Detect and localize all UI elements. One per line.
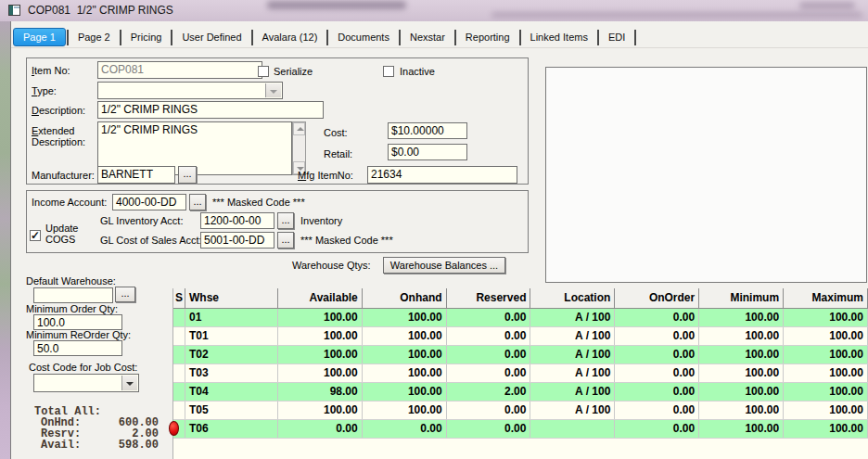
cell-whse: T05 — [185, 402, 278, 419]
tab-user-defined[interactable]: User Defined — [173, 28, 249, 46]
desktop-background-strip — [0, 21, 11, 459]
status-marker-icon — [169, 421, 179, 436]
extended-description-scrollbar[interactable] — [292, 121, 306, 175]
table-row-T06[interactable]: T060.000.000.000.00100.00100.00 — [173, 420, 868, 439]
tab-strip: Page 1Page 2PricingUser DefinedAvalara (… — [13, 27, 637, 47]
table-row-T01[interactable]: T01100.00100.000.00A / 1000.00100.00100.… — [173, 327, 868, 346]
type-dropdown[interactable]: Stock Item — [97, 82, 283, 99]
extended-description-label: Extended Description: — [32, 125, 95, 147]
table-row-01[interactable]: 01100.00100.000.00A / 1000.00100.00100.0… — [173, 309, 868, 327]
table-row-T03[interactable]: T03100.00100.000.00A / 1000.00100.00100.… — [173, 364, 868, 383]
manufacturer-browse-button[interactable]: ... — [178, 166, 197, 184]
warehouse-table-header: SWhseAvailableOnhandReservedLocationOnOr… — [173, 288, 868, 309]
cell-available: 100.00 — [278, 327, 363, 345]
cell-onhand: 100.00 — [363, 383, 447, 401]
cell-minimum: 100.00 — [699, 420, 784, 438]
cell-maximum: 100.00 — [784, 309, 868, 326]
default-warehouse-field[interactable] — [33, 287, 113, 303]
minimum-order-qty-label: Minimum Order Qty: — [26, 303, 118, 314]
manufacturer-label: Manufacturer: — [32, 170, 95, 181]
cell-minimum: 100.00 — [699, 383, 784, 401]
column-header-onhand[interactable]: Onhand — [363, 288, 447, 308]
cell-onorder: 0.00 — [615, 402, 699, 419]
cost-field[interactable]: $10.00000 — [388, 122, 467, 139]
cell-s — [173, 346, 185, 363]
gl-inventory-field[interactable]: 1200-00-00 — [200, 212, 274, 229]
cell-maximum: 100.00 — [784, 420, 868, 438]
inactive-checkbox[interactable] — [383, 66, 394, 77]
background-window-blur — [491, 12, 862, 18]
minimum-order-qty-field[interactable]: 100.0 — [33, 314, 122, 330]
chevron-down-icon[interactable] — [265, 83, 281, 97]
tab-separator — [251, 30, 253, 45]
window-titlebar[interactable]: COP081 1/2" CRIMP RINGS — [0, 0, 868, 22]
column-header-reserved[interactable]: Reserved — [447, 288, 531, 308]
scroll-up-icon[interactable] — [293, 122, 305, 135]
update-cogs-checkbox[interactable] — [30, 230, 41, 241]
cell-location: A / 100 — [530, 346, 615, 363]
description-field[interactable]: 1/2" CRIMP RINGS — [97, 101, 324, 119]
cell-onhand: 100.00 — [363, 346, 447, 363]
gl-inventory-browse-button[interactable]: ... — [277, 212, 294, 229]
cell-whse: T03 — [185, 364, 278, 382]
gl-inventory-note: Inventory — [300, 215, 342, 226]
minimum-reorder-qty-field[interactable]: 50.0 — [33, 340, 122, 356]
cost-code-dropdown[interactable]: Materials — [33, 374, 139, 392]
cell-location: A / 100 — [530, 402, 615, 419]
column-header-whse[interactable]: Whse — [185, 288, 278, 308]
cell-onhand: 100.00 — [363, 364, 447, 382]
income-account-field[interactable]: 4000-00-DD — [112, 194, 186, 210]
item-no-field[interactable]: COP081 — [97, 61, 262, 79]
tab-documents[interactable]: Documents — [329, 28, 398, 46]
column-header-maximum[interactable]: Maximum — [784, 288, 868, 308]
cell-reserved: 0.00 — [447, 309, 531, 326]
cost-code-label: Cost Code for Job Cost: — [29, 362, 137, 373]
gl-cost-of-sales-note: *** Masked Code *** — [300, 235, 393, 246]
gl-cost-of-sales-label: GL Cost of Sales Acct: — [100, 235, 202, 246]
retail-field[interactable]: $0.00 — [388, 144, 467, 160]
serialize-checkbox[interactable] — [258, 66, 269, 77]
manufacturer-field[interactable]: BARNETT — [97, 166, 175, 184]
cell-reserved: 0.00 — [447, 327, 531, 345]
gl-cost-of-sales-field[interactable]: 5001-00-DD — [200, 232, 274, 249]
tab-separator — [597, 30, 599, 45]
tab-nexstar[interactable]: Nexstar — [402, 28, 453, 46]
tab-page-1[interactable]: Page 1 — [13, 28, 66, 46]
chevron-down-icon[interactable] — [121, 376, 137, 390]
tab-separator — [326, 30, 328, 45]
tab-separator — [171, 30, 172, 45]
totals-row: Avail:598.00 — [34, 440, 159, 451]
table-row-T04[interactable]: T0498.00100.002.00A / 1000.00100.00100.0… — [173, 383, 868, 402]
window-title: COP081 1/2" CRIMP RINGS — [28, 4, 173, 17]
cell-whse: T06 — [185, 420, 278, 438]
table-row-T05[interactable]: T05100.00100.000.00A / 1000.00100.00100.… — [173, 402, 868, 420]
minimum-reorder-qty-label: Minimum ReOrder Qty: — [26, 329, 131, 340]
gl-inventory-label: GL Inventory Acct: — [100, 215, 183, 226]
tab-page-2[interactable]: Page 2 — [70, 28, 119, 46]
column-header-location[interactable]: Location — [530, 288, 615, 308]
column-header-s[interactable]: S — [173, 288, 185, 308]
column-header-available[interactable]: Available — [278, 288, 363, 308]
default-warehouse-browse-button[interactable]: ... — [115, 287, 135, 302]
column-header-minimum[interactable]: Minimum — [699, 288, 784, 308]
column-header-onorder[interactable]: OnOrder — [615, 288, 699, 308]
tab-pricing[interactable]: Pricing — [122, 28, 171, 46]
retail-label: Retail: — [324, 148, 352, 159]
cell-minimum: 100.00 — [699, 309, 784, 326]
cell-reserved: 0.00 — [447, 364, 531, 382]
tab-linked-items[interactable]: Linked Items — [522, 28, 596, 46]
item-no-label: Item No: — [32, 65, 70, 76]
warehouse-balances-button[interactable]: Warehouse Balances ... — [383, 257, 505, 274]
tab-edi[interactable]: EDI — [600, 28, 633, 46]
income-account-browse-button[interactable]: ... — [189, 194, 206, 210]
tab-reporting[interactable]: Reporting — [457, 28, 518, 46]
cell-maximum: 100.00 — [784, 383, 868, 401]
tab-avalara-12-[interactable]: Avalara (12) — [254, 28, 326, 46]
cell-onorder: 0.00 — [615, 364, 699, 382]
tab-separator — [519, 30, 521, 45]
table-row-T02[interactable]: T02100.00100.000.00A / 1000.00100.00100.… — [173, 346, 868, 364]
gl-cost-of-sales-browse-button[interactable]: ... — [277, 232, 294, 249]
cell-onorder: 0.00 — [615, 327, 699, 345]
mfg-itemno-field[interactable]: 21634 — [367, 166, 517, 184]
cell-s — [173, 420, 185, 438]
